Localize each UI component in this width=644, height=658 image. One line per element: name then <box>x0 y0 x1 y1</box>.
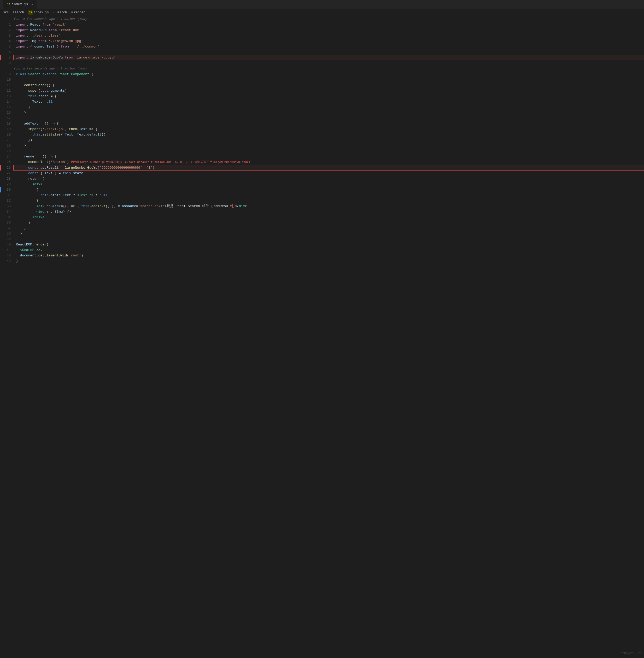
table-row: 29 <div> <box>0 182 644 187</box>
line-content: ReactDOM.render( <box>13 242 644 247</box>
line-number: 28 <box>1 176 13 182</box>
table-row: 18 addText = () => { <box>0 121 644 126</box>
table-row: 5import { commonTest } from '../../commo… <box>0 44 644 49</box>
line-number: 16 <box>1 110 13 115</box>
table-row: 3import './search.less' <box>0 33 644 39</box>
table-row: 22 } <box>0 143 644 148</box>
line-number: 31 <box>1 192 13 198</box>
line-number: 36 <box>1 220 13 225</box>
line-content: </div> <box>13 214 644 220</box>
line-content <box>13 236 644 242</box>
line-number: 41 <box>1 247 13 253</box>
table-row: 34 <img src={Img} /> <box>0 209 644 214</box>
line-number: 30 <box>1 187 13 192</box>
line-content <box>13 115 644 121</box>
line-number: 11 <box>1 83 13 88</box>
table-row: 36 ) <box>0 220 644 225</box>
editor-tab[interactable]: JS index.js × <box>3 0 37 9</box>
line-content: import './search.less' <box>13 33 644 39</box>
line-number: 38 <box>1 231 13 236</box>
line-number: 1 <box>1 22 13 27</box>
tab-filename: index.js <box>12 2 28 7</box>
table-row: 28 return ( <box>0 176 644 182</box>
breadcrumb-sep1: › <box>10 10 12 15</box>
git-blame-2: You, a few seconds ago | 1 author (You) <box>0 66 644 72</box>
line-content: } <box>13 143 644 148</box>
line-number: 6 <box>1 49 13 55</box>
table-row: 1import React from 'react' <box>0 22 644 27</box>
breadcrumb-sep3: › <box>50 10 52 15</box>
line-number: 15 <box>1 104 13 110</box>
table-row: 27 const { Text } = this.state <box>0 170 644 176</box>
table-row: 10 <box>0 77 644 83</box>
line-content: commonTest('Search')因为写large-number-guoy… <box>13 159 644 165</box>
line-content: import largeNumberGuoYu from 'large-numb… <box>13 55 644 60</box>
line-content: render = () => { <box>13 154 644 159</box>
code-editor: You, a few seconds ago | 1 author (You) … <box>0 16 644 264</box>
table-row: 17 <box>0 115 644 121</box>
line-number: 5 <box>1 44 13 49</box>
line-content: import React from 'react' <box>13 22 644 27</box>
table-row: 13 this.state = { <box>0 93 644 99</box>
breadcrumb-search-class: Search <box>55 10 67 15</box>
title-bar: JS index.js × <box>0 0 644 9</box>
line-content: import ReactDOM from 'react-dom' <box>13 27 644 33</box>
table-row: 31 this.state.Text ? <Text /> : null <box>0 192 644 198</box>
table-row: 12 super(...arguments) <box>0 88 644 93</box>
line-number: 19 <box>1 126 13 132</box>
table-row: 7import largeNumberGuoYu from 'large-num… <box>0 55 644 60</box>
line-number: 29 <box>1 182 13 187</box>
breadcrumb-sep2: › <box>25 10 27 15</box>
line-content: import { commonTest } from '../../common… <box>13 44 644 49</box>
breadcrumb-component-icon: ⚡ <box>53 10 54 15</box>
line-content: this.state.Text ? <Text /> : null <box>13 192 644 198</box>
line-number: 17 <box>1 115 13 121</box>
table-row: 14 Text: null <box>0 99 644 104</box>
line-content <box>13 60 644 66</box>
line-number: 26 <box>1 165 13 170</box>
table-row: 16 } <box>0 110 644 115</box>
line-content: return ( <box>13 176 644 182</box>
line-number: 27 <box>1 170 13 176</box>
breadcrumb-render: render <box>74 10 85 15</box>
line-content: } <box>13 198 644 204</box>
table-row: 25 commonTest('Search')因为写large-number-g… <box>0 159 644 165</box>
line-content <box>13 148 644 154</box>
table-row: 9class Search extends React.Component { <box>0 72 644 77</box>
line-content <box>13 77 644 83</box>
line-content: } <box>13 104 644 110</box>
table-row: 43) <box>0 258 644 264</box>
breadcrumb-func-icon: ⌀ <box>71 10 73 15</box>
line-content: document.getElementById('root') <box>13 253 644 258</box>
table-row: 6 <box>0 49 644 55</box>
line-number: 10 <box>1 77 13 83</box>
line-content: import Img from './images/mb.jpg' <box>13 39 644 44</box>
table-row: 37 } <box>0 225 644 231</box>
table-row: 42 document.getElementById('root') <box>0 253 644 258</box>
git-blame-1: You, a few seconds ago | 1 author (You) <box>0 16 644 22</box>
table-row: 24 render = () => { <box>0 154 644 159</box>
table-row: 20 this.setState({ Text: Text.default}) <box>0 132 644 137</box>
line-content: this.setState({ Text: Text.default}) <box>13 132 644 137</box>
line-content: class Search extends React.Component { <box>13 72 644 77</box>
line-content: this.state = { <box>13 93 644 99</box>
line-number: 34 <box>1 209 13 214</box>
table-row: 8 <box>0 60 644 66</box>
line-content: } <box>13 110 644 115</box>
table-row: 40ReactDOM.render( <box>0 242 644 247</box>
line-number: 9 <box>1 72 13 77</box>
table-row: 30 { <box>0 187 644 192</box>
breadcrumb-indexjs: index.js <box>34 10 49 15</box>
table-row: 35 </div> <box>0 214 644 220</box>
line-content: Text: null <box>13 99 644 104</box>
line-content: }) <box>13 137 644 143</box>
breadcrumb-src: src <box>3 10 9 15</box>
line-content: const { Text } = this.state <box>13 170 644 176</box>
line-content: ) <box>13 220 644 225</box>
line-number: 2 <box>1 27 13 33</box>
line-content: <div> <box>13 182 644 187</box>
line-content <box>13 49 644 55</box>
tab-close-icon[interactable]: × <box>31 2 33 7</box>
line-number: 37 <box>1 225 13 231</box>
breadcrumb-js-icon: JS <box>28 10 33 15</box>
